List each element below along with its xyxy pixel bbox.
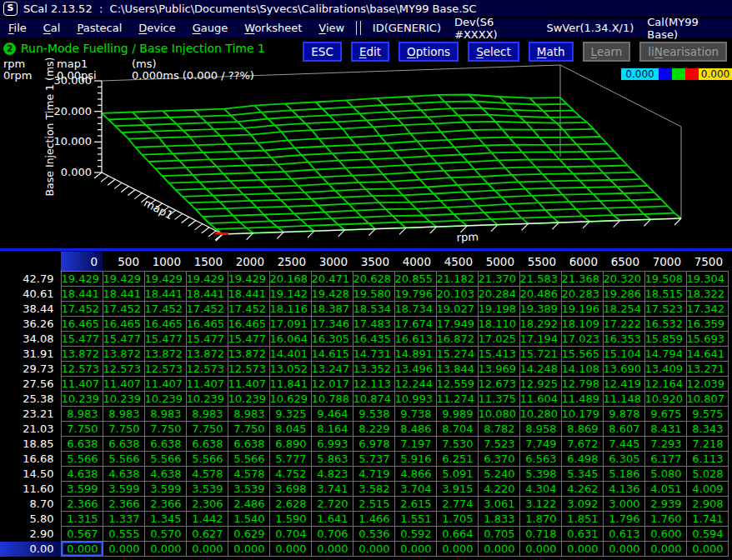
- cell[interactable]: 8.983: [144, 407, 186, 422]
- cell[interactable]: 9.878: [603, 407, 644, 422]
- row-header-map1-11.60[interactable]: 11.60: [0, 482, 61, 497]
- row-header-map1-36.26[interactable]: 36.26: [0, 317, 61, 332]
- cell[interactable]: 17.346: [311, 317, 353, 332]
- cell[interactable]: 1.851: [561, 512, 603, 527]
- cell[interactable]: 4.638: [61, 467, 103, 482]
- cell[interactable]: 10.807: [686, 392, 728, 407]
- cell[interactable]: 11.407: [103, 377, 144, 392]
- cell[interactable]: 18.292: [519, 317, 561, 332]
- cell[interactable]: 3.599: [61, 482, 103, 497]
- col-header-rpm-4500[interactable]: 4500: [436, 252, 478, 272]
- cell[interactable]: 14.401: [269, 347, 311, 362]
- cell[interactable]: 2.366: [61, 497, 103, 512]
- cell[interactable]: 1.641: [311, 512, 353, 527]
- row-header-map1-42.79[interactable]: 42.79: [0, 272, 61, 287]
- cell[interactable]: 5.777: [269, 452, 311, 467]
- row-header-map1-23.21[interactable]: 23.21: [0, 407, 61, 422]
- cell[interactable]: 20.628: [353, 272, 394, 287]
- cell[interactable]: 0.631: [561, 527, 603, 542]
- cell[interactable]: 5.737: [353, 452, 394, 467]
- cell[interactable]: 0.627: [186, 527, 228, 542]
- cell[interactable]: 6.638: [103, 437, 144, 452]
- cell[interactable]: 4.262: [561, 482, 603, 497]
- cell[interactable]: 10.629: [269, 392, 311, 407]
- cell[interactable]: 11.489: [561, 392, 603, 407]
- cell[interactable]: 8.229: [353, 422, 394, 437]
- cell[interactable]: 0.570: [144, 527, 186, 542]
- cell[interactable]: 4.051: [644, 482, 686, 497]
- cell[interactable]: 7.293: [644, 437, 686, 452]
- cell[interactable]: 9.325: [269, 407, 311, 422]
- cell[interactable]: 10.788: [311, 392, 353, 407]
- cell[interactable]: 0.000: [478, 542, 519, 557]
- cell[interactable]: 12.419: [603, 377, 644, 392]
- cell[interactable]: 7.750: [186, 422, 228, 437]
- row-header-map1-25.38[interactable]: 25.38: [0, 392, 61, 407]
- cell[interactable]: 16.465: [228, 317, 269, 332]
- cell[interactable]: 6.251: [436, 452, 478, 467]
- cell[interactable]: 1.741: [686, 512, 728, 527]
- cell[interactable]: 19.389: [519, 302, 561, 317]
- cell[interactable]: 7.750: [61, 422, 103, 437]
- cell[interactable]: 5.566: [144, 452, 186, 467]
- cell[interactable]: 6.498: [561, 452, 603, 467]
- cell[interactable]: 20.855: [394, 272, 436, 287]
- cell[interactable]: 12.573: [144, 362, 186, 377]
- cell[interactable]: 7.197: [394, 437, 436, 452]
- cell[interactable]: 8.782: [478, 422, 519, 437]
- cell[interactable]: 4.578: [186, 467, 228, 482]
- cell[interactable]: 9.675: [644, 407, 686, 422]
- cell[interactable]: 15.859: [644, 332, 686, 347]
- cell[interactable]: 20.486: [519, 287, 561, 302]
- cell[interactable]: 2.720: [311, 497, 353, 512]
- cell[interactable]: 14.731: [353, 347, 394, 362]
- cell[interactable]: 18.734: [394, 302, 436, 317]
- cell[interactable]: 10.239: [144, 392, 186, 407]
- cell[interactable]: 16.465: [103, 317, 144, 332]
- cell[interactable]: 10.239: [61, 392, 103, 407]
- cell[interactable]: 6.563: [519, 452, 561, 467]
- cell[interactable]: 19.304: [686, 272, 728, 287]
- row-header-map1-0.00[interactable]: 0.00: [0, 542, 61, 557]
- cell[interactable]: 19.580: [353, 287, 394, 302]
- cell[interactable]: 20.103: [436, 287, 478, 302]
- cell[interactable]: 10.179: [561, 407, 603, 422]
- cell[interactable]: 10.280: [519, 407, 561, 422]
- cell[interactable]: 1.442: [186, 512, 228, 527]
- cell[interactable]: 9.575: [686, 407, 728, 422]
- cell[interactable]: 2.366: [103, 497, 144, 512]
- cell[interactable]: 6.638: [61, 437, 103, 452]
- row-header-map1-21.03[interactable]: 21.03: [0, 422, 61, 437]
- cell[interactable]: 16.465: [144, 317, 186, 332]
- cell[interactable]: 4.823: [311, 467, 353, 482]
- cell[interactable]: 16.613: [394, 332, 436, 347]
- cell[interactable]: 0.000: [644, 542, 686, 557]
- row-header-map1-40.61[interactable]: 40.61: [0, 287, 61, 302]
- cell[interactable]: 11.375: [478, 392, 519, 407]
- cell[interactable]: 8.983: [228, 407, 269, 422]
- cell[interactable]: 4.719: [353, 467, 394, 482]
- cell[interactable]: 7.750: [144, 422, 186, 437]
- cell[interactable]: 4.866: [394, 467, 436, 482]
- row-header-map1-5.80[interactable]: 5.80: [0, 512, 61, 527]
- cell[interactable]: 5.566: [186, 452, 228, 467]
- cell[interactable]: 12.673: [478, 377, 519, 392]
- cell[interactable]: 13.872: [228, 347, 269, 362]
- cell[interactable]: 16.872: [436, 332, 478, 347]
- cell[interactable]: 19.429: [144, 272, 186, 287]
- cell[interactable]: 13.271: [686, 362, 728, 377]
- cell[interactable]: 13.496: [394, 362, 436, 377]
- cell[interactable]: 3.539: [186, 482, 228, 497]
- cell[interactable]: 18.534: [353, 302, 394, 317]
- col-header-rpm-7000[interactable]: 7000: [644, 252, 686, 272]
- cell[interactable]: 18.441: [61, 287, 103, 302]
- cell[interactable]: 9.538: [353, 407, 394, 422]
- cell[interactable]: 5.186: [603, 467, 644, 482]
- cell[interactable]: 7.445: [603, 437, 644, 452]
- cell[interactable]: 0.000: [603, 542, 644, 557]
- cell[interactable]: 0.567: [61, 527, 103, 542]
- col-header-rpm-6000[interactable]: 6000: [561, 252, 603, 272]
- cell[interactable]: 5.566: [228, 452, 269, 467]
- cell[interactable]: 8.486: [394, 422, 436, 437]
- cell[interactable]: 8.164: [311, 422, 353, 437]
